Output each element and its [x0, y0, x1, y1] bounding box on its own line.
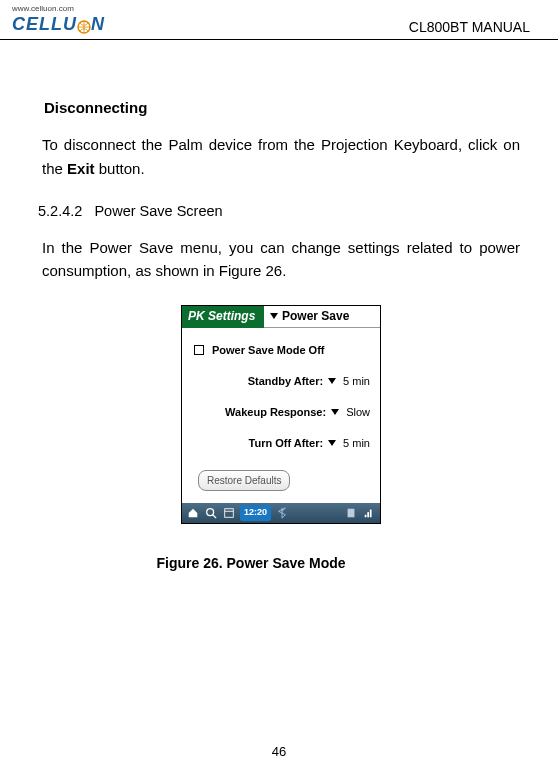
chevron-down-icon — [270, 313, 278, 319]
exit-bold: Exit — [67, 160, 95, 177]
turnoff-value[interactable]: 5 min — [343, 435, 370, 452]
brand-logo: www.celluon.com CELLU N — [12, 4, 105, 35]
card-icon[interactable] — [344, 506, 358, 520]
standby-label: Standby After: — [248, 373, 323, 390]
chevron-down-icon[interactable] — [328, 378, 336, 384]
svg-rect-8 — [370, 510, 372, 518]
home-icon[interactable] — [186, 506, 200, 520]
wakeup-row: Wakeup Response: Slow — [196, 404, 370, 421]
device-header-dropdown[interactable]: Power Save — [264, 306, 380, 328]
restore-defaults-button[interactable]: Restore Defaults — [198, 470, 290, 492]
svg-rect-6 — [365, 515, 367, 518]
turnoff-row: Turn Off After: 5 min — [196, 435, 370, 452]
figure-wrap: PK Settings Power Save Power Save Mode O… — [42, 305, 520, 575]
doc-title: CL800BT MANUAL — [409, 19, 530, 35]
power-save-mode-label: Power Save Mode Off — [212, 342, 324, 359]
page-number: 46 — [0, 744, 558, 759]
heading-disconnecting: Disconnecting — [42, 96, 520, 119]
menu-icon[interactable] — [222, 506, 236, 520]
search-icon[interactable] — [204, 506, 218, 520]
device-header-title: PK Settings — [182, 306, 264, 328]
figure-caption: Figure 26. Power Save Mode — [42, 553, 520, 575]
signal-icon[interactable] — [362, 506, 376, 520]
device-screenshot: PK Settings Power Save Power Save Mode O… — [181, 305, 381, 525]
page-header: www.celluon.com CELLU N CL800BT MANUAL — [0, 0, 558, 40]
paragraph-disconnect: To disconnect the Palm device from the P… — [42, 133, 520, 180]
svg-point-1 — [207, 509, 214, 516]
standby-row: Standby After: 5 min — [196, 373, 370, 390]
checkbox-icon[interactable] — [194, 345, 204, 355]
turnoff-label: Turn Off After: — [249, 435, 324, 452]
dropdown-value: Power Save — [282, 307, 349, 326]
chevron-down-icon[interactable] — [328, 440, 336, 446]
heading-section: 5.2.4.2 Power Save Screen — [38, 200, 520, 222]
paragraph-power: In the Power Save menu, you can change s… — [42, 236, 520, 283]
svg-rect-7 — [367, 513, 369, 518]
svg-rect-3 — [225, 509, 234, 518]
logo-text: CELLU N — [12, 14, 105, 35]
page-body: Disconnecting To disconnect the Palm dev… — [0, 40, 558, 574]
wakeup-value[interactable]: Slow — [346, 404, 370, 421]
wakeup-label: Wakeup Response: — [225, 404, 326, 421]
clock-badge[interactable]: 12:20 — [240, 505, 271, 521]
device-body: Power Save Mode Off Standby After: 5 min… — [182, 328, 380, 504]
bluetooth-icon[interactable] — [275, 506, 289, 520]
chevron-down-icon[interactable] — [331, 409, 339, 415]
standby-value[interactable]: 5 min — [343, 373, 370, 390]
logo-globe-icon — [77, 18, 91, 32]
text: button. — [95, 160, 145, 177]
svg-rect-5 — [348, 509, 355, 518]
power-save-mode-row[interactable]: Power Save Mode Off — [194, 342, 372, 359]
section-number: 5.2.4.2 — [38, 203, 82, 219]
device-header: PK Settings Power Save — [182, 306, 380, 328]
device-statusbar: 12:20 — [182, 503, 380, 523]
section-title: Power Save Screen — [94, 203, 222, 219]
svg-line-2 — [213, 515, 216, 518]
logo-url: www.celluon.com — [12, 4, 105, 13]
